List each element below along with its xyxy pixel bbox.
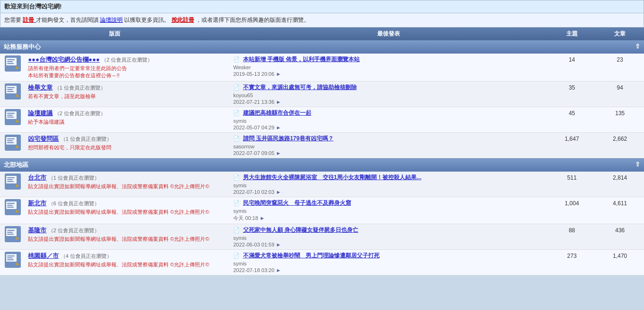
info-bar: 您需要 註冊 才能夠發文，首先請閱讀 論壇說明 以獲取更多資訊。 按此註冊 ，或…: [0, 13, 644, 27]
forum-row-1-2: 基隆市 （2 位會員正在瀏覽） 貼文請提出實證如新聞報導網址或舉報、法院或警察備…: [0, 224, 644, 250]
last-post-arrow-1-1[interactable]: ►: [260, 215, 265, 221]
last-post-title-link-1-2[interactable]: 父死家中無人顧 身心障礙女疑伴屍多日也身亡: [243, 227, 358, 233]
forum-name-link-0-1[interactable]: 檢舉文章: [28, 84, 53, 91]
forum-row-1-0: 台北市 （1 位會員正在瀏覽） 貼文請提出實證如新聞報導網址或舉報、法院或警察備…: [0, 172, 644, 197]
forum-name-cell-1-1: 新北市 （6 位會員正在瀏覽） 貼文請提出實證如新聞報導網址或舉報、法院或警察備…: [25, 197, 229, 224]
register-button-link[interactable]: 按此註冊: [172, 17, 194, 23]
last-post-time-1-1: 今天 00:18 ►: [233, 215, 544, 222]
last-post-time-1-3: 2022-07-18 03:20 ►: [233, 267, 544, 273]
forum-name-cell-1-3: 桃園縣／市 （4 位會員正在瀏覽） 貼文請提出實證如新聞報導網址或舉報、法院或警…: [25, 250, 229, 275]
last-post-cell-0-1: 📄 不實文章，來源出處無可考，請協助檢核刪除 koyou65 2022-07-2…: [229, 82, 548, 107]
last-post-author-1-2: symis: [233, 235, 544, 241]
posts-count-0-2: 135: [596, 107, 644, 133]
forum-row-0-2: 論壇建議 （2 位會員正在瀏覽） 給予本論壇建議 📄 建議把高雄縣市合併在一起 …: [0, 107, 644, 133]
topics-count-0-3: 1,647: [548, 133, 596, 158]
svg-rect-33: [7, 205, 13, 206]
svg-rect-2: [7, 59, 15, 60]
svg-rect-34: [7, 207, 14, 208]
forum-row-1-1: 新北市 （6 位會員正在瀏覽） 貼文請提出實證如新聞報導網址或舉報、法院或警察備…: [0, 197, 644, 224]
last-post-arrow-0-2[interactable]: ►: [276, 125, 281, 130]
last-post-arrow-0-0[interactable]: ►: [276, 71, 281, 77]
svg-rect-44: [7, 255, 15, 256]
svg-rect-9: [7, 89, 13, 90]
posts-count-0-1: 94: [596, 82, 644, 107]
forum-online-1-3: （4 位會員正在瀏覽）: [61, 253, 112, 259]
section-collapse-icon-0[interactable]: ⇧: [635, 43, 640, 50]
register-inline-link[interactable]: 註冊: [23, 17, 36, 23]
forum-name-link-1-0[interactable]: 台北市: [28, 174, 46, 181]
forum-name-link-0-2[interactable]: 論壇建議: [28, 109, 53, 117]
svg-rect-46: [7, 259, 14, 260]
forum-name-link-1-3[interactable]: 桃園縣／市: [28, 252, 59, 259]
last-post-arrow-1-3[interactable]: ►: [276, 267, 281, 273]
forum-online-1-1: （6 位會員正在瀏覽）: [48, 201, 100, 206]
forum-desc2-0-0: 本站所有重要的公告都會在這裡公佈～!!: [28, 72, 227, 79]
last-post-title-link-1-0[interactable]: 男大生旅館失火全裸陳屍浴室 交往1周小女友剛離開！被控殺人結果...: [243, 174, 422, 181]
last-post-title-link-0-3[interactable]: 請問 玉井區民族路179巷有凶宅嗎？: [243, 135, 334, 142]
svg-rect-10: [7, 91, 14, 92]
topics-count-1-3: 273: [548, 250, 596, 275]
section-header-1: ⇧ 北部地區: [0, 158, 644, 172]
section-collapse-icon-1[interactable]: ⇧: [635, 161, 640, 168]
forum-online-0-0: （2 位會員正在瀏覽）: [101, 57, 153, 63]
svg-rect-8: [7, 87, 15, 88]
last-post-cell-1-0: 📄 男大生旅館失火全裸陳屍浴室 交往1周小女友剛離開！被控殺人結果... sym…: [229, 172, 548, 197]
last-post-arrow-0-1[interactable]: ►: [276, 99, 281, 105]
col-board-header: 版面: [0, 27, 229, 40]
last-post-author-1-0: symis: [233, 182, 544, 188]
svg-rect-16: [7, 117, 14, 118]
last-post-cell-1-3: 📄 不滿愛犬常被檢舉吵鬧 男上門理論慘遭鄰居父子打死 symis 2022-07…: [229, 250, 548, 275]
posts-count-1-0: 2,814: [596, 172, 644, 197]
board-icon-1-1: [5, 199, 21, 215]
forum-name-link-1-1[interactable]: 新北市: [28, 200, 46, 207]
last-post-doc-icon-0-2: 📄: [233, 110, 240, 116]
last-post-doc-icon-1-3: 📄: [233, 253, 240, 258]
forum-icon-cell-0-1: [0, 82, 25, 107]
posts-count-0-0: 23: [596, 54, 644, 82]
forum-row-1-3: 桃園縣／市 （4 位會員正在瀏覽） 貼文請提出實證如新聞報導網址或舉報、法院或警…: [0, 250, 644, 275]
last-post-title-link-0-0[interactable]: 本站新增 手機版 佈景，以利手機界面瀏覽本站: [243, 56, 360, 63]
last-post-time-1-2: 2022-06-03 01:59 ►: [233, 242, 544, 247]
forum-desc1-1-1: 貼文請提出實證如新聞報導網址或舉報、法院或警察備案資料 ©允許上傳照片©: [28, 209, 227, 216]
last-post-title-link-1-1[interactable]: 民宅晚間突竄惡火 母子逃生不及葬身火窟: [243, 200, 351, 206]
forum-icon-cell-0-2: [0, 107, 25, 133]
forum-name-link-0-0[interactable]: ●●●台灣凶宅網公告欄●●●: [28, 56, 100, 63]
forum-online-0-2: （2 位會員正在瀏覽）: [54, 110, 106, 116]
svg-rect-38: [7, 230, 15, 231]
forum-online-0-1: （1 位會員正在瀏覽）: [54, 85, 106, 91]
svg-rect-45: [7, 257, 13, 258]
last-post-arrow-1-2[interactable]: ►: [276, 242, 281, 247]
topics-count-1-1: 1,004: [548, 197, 596, 224]
forum-name-link-0-3[interactable]: 凶宅發問區: [28, 135, 59, 142]
last-post-title-link-0-2[interactable]: 建議把高雄縣市合併在一起: [243, 109, 311, 116]
posts-count-1-1: 4,611: [596, 197, 644, 224]
last-post-author-0-1: koyou65: [233, 92, 544, 98]
svg-rect-27: [7, 179, 13, 180]
forum-desc1-1-2: 貼文請提出實證如新聞報導網址或舉報、法院或警察備案資料 ©允許上傳照片©: [28, 236, 227, 243]
forum-name-link-1-2[interactable]: 基隆市: [28, 227, 46, 234]
section-header-0: ⇧ 站務服務中心: [0, 40, 644, 54]
posts-count-0-3: 2,662: [596, 133, 644, 158]
last-post-arrow-0-3[interactable]: ►: [276, 150, 281, 156]
forum-desc1-0-0: 請所有使用者們一定要常常注意此區的公告: [28, 65, 227, 72]
topics-count-0-1: 35: [548, 82, 596, 107]
forum-icon-cell-1-3: [0, 250, 25, 275]
last-post-title-link-1-3[interactable]: 不滿愛犬常被檢舉吵鬧 男上門理論慘遭鄰居父子打死: [243, 252, 380, 259]
forum-icon-cell-0-0: [0, 54, 25, 82]
col-last-post-header: 最後發表: [229, 27, 548, 40]
svg-rect-39: [7, 232, 13, 233]
svg-rect-21: [7, 140, 13, 141]
forum-desc1-1-3: 貼文請提出實證如新聞報導網址或舉報、法院或警察備案資料 ©允許上傳照片©: [28, 261, 227, 268]
last-post-cell-1-1: 📄 民宅晚間突竄惡火 母子逃生不及葬身火窟 symis 今天 00:18 ►: [229, 197, 548, 224]
forum-name-cell-0-3: 凶宅發問區 （1 位會員正在瀏覽） 想問那裡有凶宅，只限定在此版發問: [25, 133, 229, 158]
topics-count-1-0: 511: [548, 172, 596, 197]
forum-rules-link[interactable]: 論壇說明: [100, 17, 123, 23]
forum-icon-cell-1-2: [0, 224, 25, 250]
last-post-time-1-0: 2022-07-10 02:03 ►: [233, 189, 544, 195]
forum-row-0-3: 凶宅發問區 （1 位會員正在瀏覽） 想問那裡有凶宅，只限定在此版發問 📄 請問 …: [0, 133, 644, 158]
last-post-title-link-0-1[interactable]: 不實文章，來源出處無可考，請協助檢核刪除: [243, 84, 357, 91]
last-post-cell-0-3: 📄 請問 玉井區民族路179巷有凶宅嗎？ sasorrow 2022-07-07…: [229, 133, 548, 158]
svg-rect-4: [7, 63, 14, 64]
last-post-arrow-1-0[interactable]: ►: [276, 189, 281, 195]
board-icon-0-3: [5, 135, 21, 151]
